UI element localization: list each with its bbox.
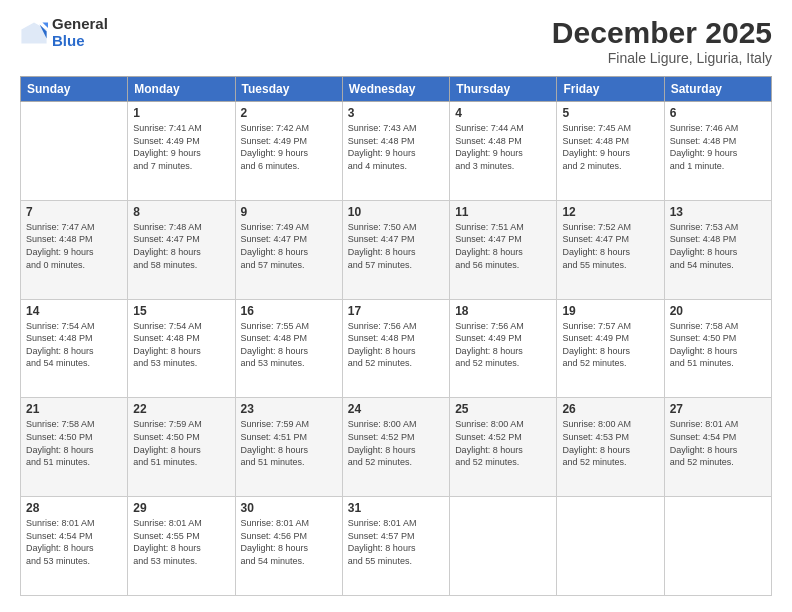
day-info: Sunrise: 7:57 AM Sunset: 4:49 PM Dayligh… xyxy=(562,320,658,370)
day-cell: 5Sunrise: 7:45 AM Sunset: 4:48 PM Daylig… xyxy=(557,102,664,201)
header-cell-friday: Friday xyxy=(557,77,664,102)
day-info: Sunrise: 8:01 AM Sunset: 4:57 PM Dayligh… xyxy=(348,517,444,567)
day-cell: 3Sunrise: 7:43 AM Sunset: 4:48 PM Daylig… xyxy=(342,102,449,201)
week-row-2: 7Sunrise: 7:47 AM Sunset: 4:48 PM Daylig… xyxy=(21,200,772,299)
day-number: 10 xyxy=(348,205,444,219)
day-number: 23 xyxy=(241,402,337,416)
day-info: Sunrise: 7:46 AM Sunset: 4:48 PM Dayligh… xyxy=(670,122,766,172)
week-row-4: 21Sunrise: 7:58 AM Sunset: 4:50 PM Dayli… xyxy=(21,398,772,497)
day-cell: 28Sunrise: 8:01 AM Sunset: 4:54 PM Dayli… xyxy=(21,497,128,596)
day-info: Sunrise: 7:58 AM Sunset: 4:50 PM Dayligh… xyxy=(670,320,766,370)
day-number: 13 xyxy=(670,205,766,219)
day-cell: 19Sunrise: 7:57 AM Sunset: 4:49 PM Dayli… xyxy=(557,299,664,398)
week-row-3: 14Sunrise: 7:54 AM Sunset: 4:48 PM Dayli… xyxy=(21,299,772,398)
day-number: 9 xyxy=(241,205,337,219)
header-cell-sunday: Sunday xyxy=(21,77,128,102)
page: General Blue December 2025 Finale Ligure… xyxy=(0,0,792,612)
day-info: Sunrise: 8:00 AM Sunset: 4:52 PM Dayligh… xyxy=(455,418,551,468)
day-number: 26 xyxy=(562,402,658,416)
day-cell: 10Sunrise: 7:50 AM Sunset: 4:47 PM Dayli… xyxy=(342,200,449,299)
day-info: Sunrise: 7:42 AM Sunset: 4:49 PM Dayligh… xyxy=(241,122,337,172)
day-cell xyxy=(557,497,664,596)
day-cell: 8Sunrise: 7:48 AM Sunset: 4:47 PM Daylig… xyxy=(128,200,235,299)
logo-icon xyxy=(20,19,48,47)
header-cell-saturday: Saturday xyxy=(664,77,771,102)
week-row-5: 28Sunrise: 8:01 AM Sunset: 4:54 PM Dayli… xyxy=(21,497,772,596)
day-number: 28 xyxy=(26,501,122,515)
day-info: Sunrise: 7:45 AM Sunset: 4:48 PM Dayligh… xyxy=(562,122,658,172)
day-info: Sunrise: 7:54 AM Sunset: 4:48 PM Dayligh… xyxy=(133,320,229,370)
day-number: 11 xyxy=(455,205,551,219)
day-cell: 11Sunrise: 7:51 AM Sunset: 4:47 PM Dayli… xyxy=(450,200,557,299)
calendar: SundayMondayTuesdayWednesdayThursdayFrid… xyxy=(20,76,772,596)
day-info: Sunrise: 7:54 AM Sunset: 4:48 PM Dayligh… xyxy=(26,320,122,370)
day-cell: 15Sunrise: 7:54 AM Sunset: 4:48 PM Dayli… xyxy=(128,299,235,398)
day-cell: 1Sunrise: 7:41 AM Sunset: 4:49 PM Daylig… xyxy=(128,102,235,201)
day-info: Sunrise: 8:01 AM Sunset: 4:56 PM Dayligh… xyxy=(241,517,337,567)
calendar-header: SundayMondayTuesdayWednesdayThursdayFrid… xyxy=(21,77,772,102)
day-info: Sunrise: 7:58 AM Sunset: 4:50 PM Dayligh… xyxy=(26,418,122,468)
day-number: 15 xyxy=(133,304,229,318)
day-cell: 7Sunrise: 7:47 AM Sunset: 4:48 PM Daylig… xyxy=(21,200,128,299)
day-number: 24 xyxy=(348,402,444,416)
subtitle: Finale Ligure, Liguria, Italy xyxy=(552,50,772,66)
day-info: Sunrise: 7:43 AM Sunset: 4:48 PM Dayligh… xyxy=(348,122,444,172)
logo: General Blue xyxy=(20,16,108,49)
day-info: Sunrise: 8:01 AM Sunset: 4:54 PM Dayligh… xyxy=(26,517,122,567)
day-info: Sunrise: 7:44 AM Sunset: 4:48 PM Dayligh… xyxy=(455,122,551,172)
day-cell: 20Sunrise: 7:58 AM Sunset: 4:50 PM Dayli… xyxy=(664,299,771,398)
logo-blue: Blue xyxy=(52,33,108,50)
day-cell: 2Sunrise: 7:42 AM Sunset: 4:49 PM Daylig… xyxy=(235,102,342,201)
header-cell-tuesday: Tuesday xyxy=(235,77,342,102)
header-cell-monday: Monday xyxy=(128,77,235,102)
day-number: 7 xyxy=(26,205,122,219)
day-number: 8 xyxy=(133,205,229,219)
day-info: Sunrise: 7:49 AM Sunset: 4:47 PM Dayligh… xyxy=(241,221,337,271)
day-number: 29 xyxy=(133,501,229,515)
day-cell: 25Sunrise: 8:00 AM Sunset: 4:52 PM Dayli… xyxy=(450,398,557,497)
day-number: 19 xyxy=(562,304,658,318)
day-cell: 6Sunrise: 7:46 AM Sunset: 4:48 PM Daylig… xyxy=(664,102,771,201)
day-number: 14 xyxy=(26,304,122,318)
day-number: 21 xyxy=(26,402,122,416)
day-cell: 29Sunrise: 8:01 AM Sunset: 4:55 PM Dayli… xyxy=(128,497,235,596)
day-info: Sunrise: 7:47 AM Sunset: 4:48 PM Dayligh… xyxy=(26,221,122,271)
svg-marker-2 xyxy=(42,22,48,28)
day-info: Sunrise: 8:01 AM Sunset: 4:55 PM Dayligh… xyxy=(133,517,229,567)
header: General Blue December 2025 Finale Ligure… xyxy=(20,16,772,66)
title-section: December 2025 Finale Ligure, Liguria, It… xyxy=(552,16,772,66)
day-cell: 31Sunrise: 8:01 AM Sunset: 4:57 PM Dayli… xyxy=(342,497,449,596)
day-cell: 24Sunrise: 8:00 AM Sunset: 4:52 PM Dayli… xyxy=(342,398,449,497)
day-number: 18 xyxy=(455,304,551,318)
day-number: 27 xyxy=(670,402,766,416)
day-cell xyxy=(664,497,771,596)
day-cell: 30Sunrise: 8:01 AM Sunset: 4:56 PM Dayli… xyxy=(235,497,342,596)
day-cell: 27Sunrise: 8:01 AM Sunset: 4:54 PM Dayli… xyxy=(664,398,771,497)
day-cell: 18Sunrise: 7:56 AM Sunset: 4:49 PM Dayli… xyxy=(450,299,557,398)
day-cell: 16Sunrise: 7:55 AM Sunset: 4:48 PM Dayli… xyxy=(235,299,342,398)
day-info: Sunrise: 8:00 AM Sunset: 4:53 PM Dayligh… xyxy=(562,418,658,468)
day-cell: 26Sunrise: 8:00 AM Sunset: 4:53 PM Dayli… xyxy=(557,398,664,497)
day-number: 4 xyxy=(455,106,551,120)
day-info: Sunrise: 7:59 AM Sunset: 4:50 PM Dayligh… xyxy=(133,418,229,468)
day-info: Sunrise: 7:53 AM Sunset: 4:48 PM Dayligh… xyxy=(670,221,766,271)
day-info: Sunrise: 7:52 AM Sunset: 4:47 PM Dayligh… xyxy=(562,221,658,271)
day-cell xyxy=(450,497,557,596)
day-info: Sunrise: 7:48 AM Sunset: 4:47 PM Dayligh… xyxy=(133,221,229,271)
day-number: 16 xyxy=(241,304,337,318)
day-number: 17 xyxy=(348,304,444,318)
day-number: 12 xyxy=(562,205,658,219)
day-info: Sunrise: 8:01 AM Sunset: 4:54 PM Dayligh… xyxy=(670,418,766,468)
main-title: December 2025 xyxy=(552,16,772,50)
day-cell xyxy=(21,102,128,201)
day-info: Sunrise: 7:59 AM Sunset: 4:51 PM Dayligh… xyxy=(241,418,337,468)
header-cell-thursday: Thursday xyxy=(450,77,557,102)
day-info: Sunrise: 7:56 AM Sunset: 4:49 PM Dayligh… xyxy=(455,320,551,370)
day-number: 31 xyxy=(348,501,444,515)
week-row-1: 1Sunrise: 7:41 AM Sunset: 4:49 PM Daylig… xyxy=(21,102,772,201)
day-number: 30 xyxy=(241,501,337,515)
day-cell: 23Sunrise: 7:59 AM Sunset: 4:51 PM Dayli… xyxy=(235,398,342,497)
day-info: Sunrise: 8:00 AM Sunset: 4:52 PM Dayligh… xyxy=(348,418,444,468)
header-row: SundayMondayTuesdayWednesdayThursdayFrid… xyxy=(21,77,772,102)
day-cell: 17Sunrise: 7:56 AM Sunset: 4:48 PM Dayli… xyxy=(342,299,449,398)
